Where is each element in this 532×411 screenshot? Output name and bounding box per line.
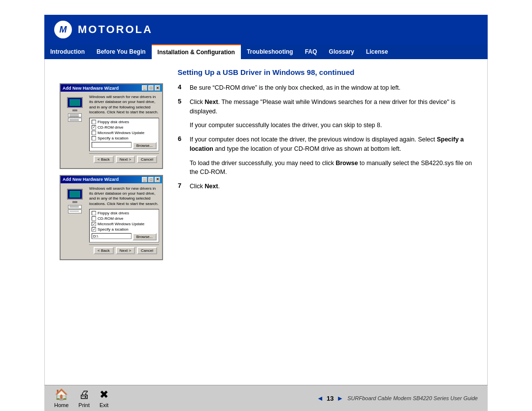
location-input-top[interactable]	[92, 142, 132, 148]
monitor-stand-bottom	[72, 201, 77, 203]
paper-line	[69, 211, 79, 211]
wizard-panel-top: Floppy disk drives CD-ROM drive Microsof…	[89, 118, 159, 151]
back-button-bottom[interactable]: < Back	[94, 247, 114, 254]
location-input-bottom[interactable]: D:\	[92, 233, 132, 239]
browse-button-top[interactable]: Browse...	[133, 142, 157, 149]
wizard-close[interactable]: ✕	[155, 85, 160, 91]
cb-row-specify-bottom: Specify a location	[92, 227, 157, 232]
wizard-minimize-bottom[interactable]: _	[142, 177, 147, 182]
papers-stack-bottom	[68, 205, 82, 213]
right-column: 4 Be sure “CD-ROM drive” is the only box…	[178, 83, 472, 260]
body-text-browse: To load the driver successfully, you may…	[190, 159, 472, 177]
paper-item-2	[68, 118, 82, 122]
wizard-panel-bottom: Floppy disk drives CD-ROM drive Microsof…	[89, 209, 159, 242]
prev-page-arrow[interactable]: ◄	[317, 394, 324, 402]
nav-installation-configuration[interactable]: Installation & Configuration	[152, 44, 241, 59]
page-number: 13	[327, 395, 333, 402]
cb-specify-label-bottom: Specify a location	[98, 227, 129, 232]
paper-lines-4	[69, 211, 81, 211]
cb-specify-label-top: Specify a location	[98, 136, 129, 140]
cb-floppy-top[interactable]	[92, 120, 96, 124]
cb-row-cdrom-top: CD-ROM drive	[92, 125, 157, 130]
wizard-body-bottom: Windows will search for new drivers in i…	[61, 183, 162, 260]
paper-line	[69, 114, 79, 115]
paper-lines	[69, 114, 81, 117]
wizard-maximize[interactable]: □	[148, 85, 154, 91]
print-label: Print	[78, 402, 90, 408]
nav-license[interactable]: License	[360, 44, 394, 59]
wizard-dialog-bottom: Add New Hardware Wizard _ □ ✕	[60, 175, 163, 261]
step-4-text: Be sure “CD-ROM drive” is the only box c…	[190, 83, 400, 93]
paper-line	[69, 116, 79, 117]
papers-stack	[68, 113, 82, 122]
footer-left: 🏠 Home 🖨 Print ✖ Exit	[54, 388, 108, 408]
step-6-text: If your computer does not locate the dri…	[190, 135, 472, 154]
browse-button-bottom[interactable]: Browse...	[133, 233, 157, 240]
wizard-buttons-top: < Back Next > Cancel	[89, 153, 159, 165]
step-7-text: Click Next.	[190, 182, 220, 191]
wizard-titlebar-top: Add New Hardware Wizard _ □ ✕	[61, 84, 162, 92]
cb-floppy-bottom[interactable]	[92, 211, 96, 215]
step-5-row: 5 Click Next. The message "Please wait w…	[178, 98, 472, 116]
step-6-num: 6	[178, 135, 186, 142]
wizard-description-bottom: Windows will search for new drivers in i…	[89, 186, 159, 207]
paper-line	[69, 115, 79, 116]
cb-specify-top[interactable]	[92, 136, 96, 140]
cb-windows-update-top[interactable]	[92, 131, 96, 135]
cancel-button-top[interactable]: Cancel	[137, 156, 157, 163]
nav-introduction[interactable]: Introduction	[44, 44, 91, 59]
step-7-row: 7 Click Next.	[178, 182, 472, 191]
next-button-bottom[interactable]: Next >	[116, 247, 135, 254]
main-content: Setting Up a USB Driver in Windows 98, c…	[44, 59, 488, 385]
cb-windows-update-bottom[interactable]	[92, 222, 96, 226]
wizard-maximize-bottom[interactable]: □	[148, 177, 154, 182]
paper-line	[69, 206, 79, 206]
wizard-title-text: Add New Hardware Wizard	[63, 86, 119, 91]
monitor-icon-bottom	[67, 189, 83, 200]
step-4-num: 4	[178, 83, 186, 91]
cb-specify-bottom[interactable]	[92, 227, 96, 232]
wizard-dialog-top: Add New Hardware Wizard _ □ ✕	[60, 83, 163, 169]
cb-floppy-label-top: Floppy disk drives	[98, 120, 129, 124]
exit-button[interactable]: ✖ Exit	[100, 388, 108, 408]
paper-item-3	[68, 205, 82, 209]
nav-troubleshooting[interactable]: Troubleshooting	[241, 44, 299, 59]
wizard-body-top: Windows will search for new drivers in i…	[61, 92, 162, 168]
footer-bar: 🏠 Home 🖨 Print ✖ Exit ◄ 13 ► SURFboard C…	[44, 385, 488, 411]
wizard-minimize[interactable]: _	[142, 85, 147, 91]
monitor-screen-bottom	[69, 191, 80, 198]
guide-title: SURFboard Cable Modem SB4220 Series User…	[347, 395, 478, 401]
nav-before-you-begin[interactable]: Before You Begin	[91, 44, 152, 59]
step-5-num: 5	[178, 98, 186, 105]
cb-row-windows-update-bottom: Microsoft Windows Update	[92, 222, 157, 226]
nav-glossary[interactable]: Glossary	[323, 44, 360, 59]
content-columns: Add New Hardware Wizard _ □ ✕	[60, 83, 472, 260]
back-button-top[interactable]: < Back	[94, 156, 114, 163]
location-value: D:\	[93, 234, 98, 239]
cb-row-windows-update-top: Microsoft Windows Update	[92, 131, 157, 135]
paper-item-4	[68, 209, 82, 213]
cb-cdrom-bottom[interactable]	[92, 216, 96, 221]
step-5-text: Click Next. The message "Please wait whi…	[190, 98, 472, 116]
home-icon: 🏠	[55, 388, 68, 401]
print-button[interactable]: 🖨 Print	[78, 388, 90, 408]
home-button[interactable]: 🏠 Home	[54, 388, 68, 408]
header: M MOTOROLA	[44, 15, 488, 44]
footer-right: ◄ 13 ► SURFboard Cable Modem SB4220 Seri…	[317, 394, 478, 402]
nav-faq[interactable]: FAQ	[299, 44, 323, 59]
page-nav: ◄ 13 ►	[317, 394, 343, 402]
print-icon: 🖨	[79, 388, 90, 401]
wizard-right-bottom: Windows will search for new drivers in i…	[89, 186, 159, 257]
motorola-logo-circle: M	[54, 21, 72, 38]
next-button-top[interactable]: Next >	[116, 156, 135, 163]
cb-row-specify-top: Specify a location	[92, 136, 157, 140]
cb-cdrom-top[interactable]	[92, 125, 96, 130]
cancel-button-bottom[interactable]: Cancel	[137, 247, 157, 254]
paper-line	[69, 119, 79, 120]
wizard-close-bottom[interactable]: ✕	[155, 177, 160, 182]
next-page-arrow[interactable]: ►	[336, 394, 343, 402]
cb-floppy-label-bottom: Floppy disk drives	[98, 211, 129, 215]
wizard-illustration-top	[64, 95, 86, 124]
wizard-title-text-bottom: Add New Hardware Wizard	[63, 177, 119, 182]
cb-row-cdrom-bottom: CD-ROM drive	[92, 216, 157, 221]
